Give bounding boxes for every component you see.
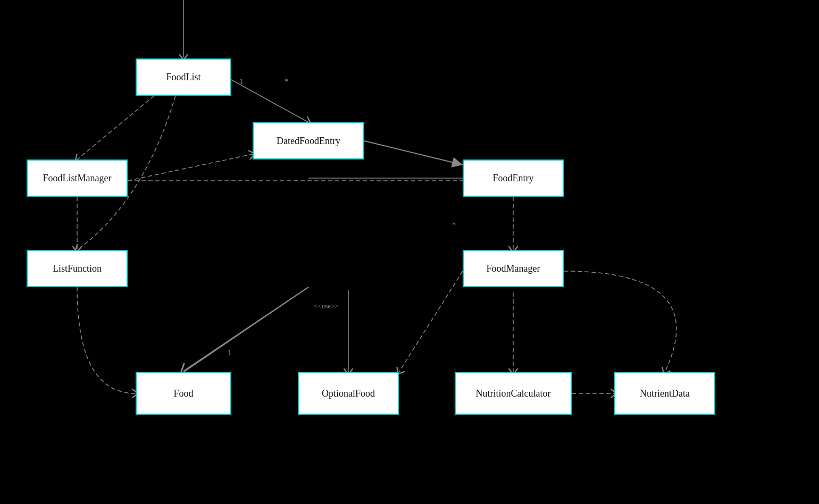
arrow-dfe-foodentry bbox=[364, 141, 463, 165]
stereotype-use: <<use>> bbox=[314, 302, 339, 310]
mult-1-foodlist: 1 bbox=[239, 77, 244, 86]
arrow-foodlist-datedentry bbox=[231, 80, 308, 122]
box-foodentry: FoodEntry bbox=[463, 159, 564, 197]
box-foodlistmanager: FoodListManager bbox=[27, 159, 128, 197]
box-datedfoodentry: DatedFoodEntry bbox=[253, 122, 364, 159]
arrow-fm-optfood bbox=[399, 271, 463, 372]
mult-star-dfe: * bbox=[285, 77, 289, 86]
arrow-flm-dfe bbox=[128, 154, 253, 181]
uml-diagram: FoodList DatedFoodEntry FoodListManager … bbox=[0, 0, 819, 504]
arrow-fm-nd bbox=[564, 271, 676, 372]
arrow-flm-food bbox=[77, 287, 136, 393]
box-nutrientdata: NutrientData bbox=[614, 372, 715, 415]
line-to-food bbox=[183, 287, 308, 372]
box-foodmanager: FoodManager bbox=[463, 250, 564, 287]
box-listfunction: ListFunction bbox=[27, 250, 128, 287]
box-food: Food bbox=[136, 372, 231, 415]
box-foodlist: FoodList bbox=[136, 58, 231, 96]
arrow-foodlist-manager bbox=[77, 96, 154, 159]
mult-1-food: 1 bbox=[228, 348, 232, 357]
mult-star-foodentry: * bbox=[452, 221, 456, 230]
box-nutritioncalculator: NutritionCalculator bbox=[455, 372, 572, 415]
line-to-food-arrow bbox=[183, 287, 308, 371]
box-optionalfood: OptionalFood bbox=[298, 372, 399, 415]
